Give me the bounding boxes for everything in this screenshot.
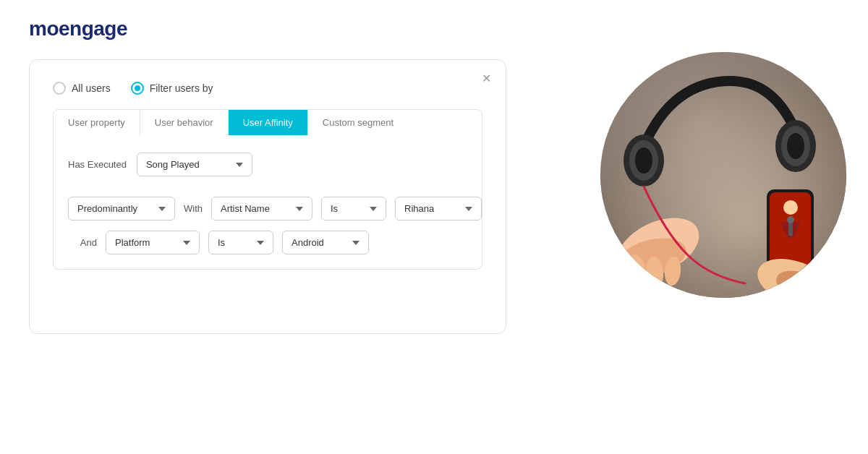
tab-content: Has Executed Song Played Predominantly [54, 135, 482, 269]
main-content: ✕ All users Filter users by User propert… [0, 52, 868, 334]
is-label-1: Is [331, 203, 338, 214]
svg-point-4 [635, 147, 652, 174]
song-played-arrow [236, 163, 243, 167]
circle-image [600, 52, 846, 298]
tabs-header: User property User behavior User Affinit… [54, 110, 482, 135]
tab-user-property[interactable]: User property [54, 110, 140, 135]
with-label: With [184, 203, 203, 214]
scene-illustration [600, 52, 846, 298]
has-executed-label: Has Executed [68, 159, 127, 170]
radio-circle-filter [131, 82, 144, 95]
radio-all-users[interactable]: All users [53, 82, 111, 95]
rihana-dropdown[interactable]: Rihana [395, 197, 482, 220]
tab-custom-segment-label: Custom segment [323, 117, 393, 128]
has-executed-row: Has Executed Song Played [68, 153, 467, 176]
svg-point-18 [787, 216, 794, 223]
filter-row-2: And Platform Is Android [68, 231, 467, 254]
tab-user-behavior[interactable]: User behavior [140, 110, 229, 135]
card: ✕ All users Filter users by User propert… [29, 59, 506, 334]
artist-name-dropdown[interactable]: Artist Name [211, 197, 312, 220]
tabs-section: User property User behavior User Affinit… [53, 109, 482, 270]
tab-custom-segment[interactable]: Custom segment [308, 110, 408, 135]
and-label: And [68, 237, 97, 248]
svg-point-7 [787, 133, 804, 159]
radio-label-filter: Filter users by [150, 82, 213, 94]
android-label: Android [292, 237, 324, 248]
artist-name-label: Artist Name [221, 203, 270, 214]
artist-name-arrow [296, 207, 303, 211]
is-dropdown-1[interactable]: Is [321, 197, 386, 220]
filter-rows: Predominantly With Artist Name Is [68, 197, 467, 254]
radio-filter-users[interactable]: Filter users by [131, 82, 213, 95]
android-arrow [352, 241, 359, 245]
svg-point-16 [783, 200, 798, 215]
close-button[interactable]: ✕ [478, 70, 494, 86]
tab-user-property-label: User property [68, 117, 125, 128]
rihana-label: Rihana [404, 203, 434, 214]
song-played-dropdown[interactable]: Song Played [137, 153, 252, 176]
tab-user-affinity-label: User Affinity [243, 117, 293, 128]
platform-label: Platform [115, 237, 150, 248]
is-arrow-1 [370, 207, 377, 211]
tab-user-behavior-label: User behavior [155, 117, 213, 128]
svg-rect-17 [788, 222, 793, 236]
platform-arrow [183, 241, 190, 245]
platform-dropdown[interactable]: Platform [106, 231, 200, 254]
radio-group: All users Filter users by [53, 82, 482, 95]
predominantly-dropdown[interactable]: Predominantly [68, 197, 175, 220]
header: moengage [0, 0, 868, 52]
circle-image-inner [600, 52, 846, 298]
tab-user-affinity[interactable]: User Affinity [229, 110, 308, 135]
logo: moengage [29, 17, 839, 40]
song-played-value: Song Played [146, 159, 200, 170]
predominantly-label: Predominantly [77, 203, 137, 214]
rihana-arrow [465, 207, 472, 211]
android-dropdown[interactable]: Android [282, 231, 369, 254]
is-arrow-2 [257, 241, 264, 245]
is-label-2: Is [218, 237, 225, 248]
filter-row-1: Predominantly With Artist Name Is [68, 197, 467, 220]
is-dropdown-2[interactable]: Is [208, 231, 273, 254]
radio-label-all-users: All users [72, 82, 111, 94]
predominantly-arrow [158, 207, 166, 211]
radio-circle-all-users [53, 82, 66, 95]
